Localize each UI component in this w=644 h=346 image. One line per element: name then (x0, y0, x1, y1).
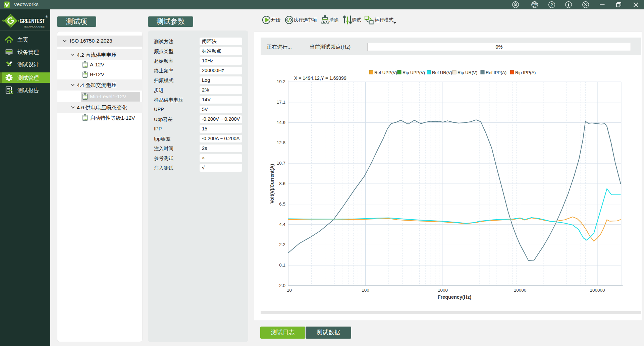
svg-text:8.6: 8.6 (279, 181, 285, 186)
svg-text:19.2: 19.2 (277, 79, 285, 84)
svg-text:100000: 100000 (590, 288, 605, 293)
svg-text:-2.0: -2.0 (278, 283, 285, 288)
svg-text:17.1: 17.1 (277, 100, 285, 105)
svg-text:1000: 1000 (438, 288, 448, 293)
svg-text:Rip UR(V): Rip UR(V) (458, 70, 477, 75)
svg-text:10.7: 10.7 (277, 161, 285, 166)
svg-text:4.4: 4.4 (279, 222, 285, 227)
svg-text:0.1: 0.1 (279, 263, 285, 268)
svg-text:LAN: LAN (532, 3, 537, 6)
svg-text:TECHNOLOGIES: TECHNOLOGIES (23, 25, 45, 28)
svg-text:X = 1494.12,Y = 1.69399: X = 1494.12,Y = 1.69399 (294, 75, 346, 81)
svg-text:Rip UPP(V): Rip UPP(V) (402, 70, 425, 75)
svg-text:Ref UPP(V): Ref UPP(V) (374, 70, 397, 75)
svg-text:14.9: 14.9 (277, 120, 285, 125)
svg-text:100: 100 (362, 288, 369, 293)
svg-text:GREENTEST: GREENTEST (20, 18, 45, 24)
svg-text:2.2: 2.2 (279, 242, 285, 247)
svg-text:6.5: 6.5 (279, 201, 285, 207)
svg-text:10000: 10000 (514, 288, 527, 293)
svg-text:Volt(V)/Current(A): Volt(V)/Current(A) (269, 164, 275, 204)
svg-text:Ref UR(V): Ref UR(V) (432, 70, 452, 75)
svg-text:Frequency(Hz): Frequency(Hz) (438, 294, 472, 300)
svg-text:12.8: 12.8 (277, 140, 285, 145)
svg-text:®: ® (46, 15, 48, 18)
svg-text:Rip IPP(A): Rip IPP(A) (515, 70, 536, 75)
svg-text:?: ? (550, 2, 553, 7)
svg-text:10: 10 (287, 288, 292, 293)
svg-text:Ref IPP(A): Ref IPP(A) (486, 70, 506, 75)
